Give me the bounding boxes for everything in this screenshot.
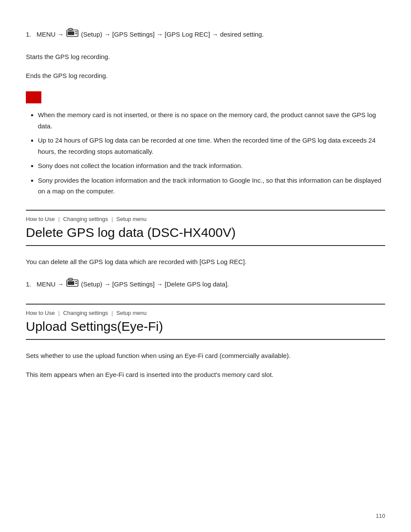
instruction-text: (Setup) → [GPS Settings] → [GPS Log REC]… <box>81 29 264 40</box>
svg-rect-7 <box>68 281 74 285</box>
section2-breadcrumb-section: How to Use | Changing settings | Setup m… <box>26 305 385 339</box>
breadcrumb-sep-2: | <box>112 216 113 222</box>
section2-divider-bottom <box>26 339 385 340</box>
section1-description: You can delete all the GPS log data whic… <box>26 256 385 268</box>
step-number: 1. <box>26 279 31 289</box>
breadcrumb-item-2[interactable]: Changing settings <box>63 216 108 222</box>
starts-text: Starts the GPS log recording. <box>26 51 385 62</box>
red-note-indicator <box>26 91 41 103</box>
list-item: Sony does not collect the location infor… <box>38 160 385 171</box>
breadcrumb-item-3[interactable]: Setup menu <box>116 310 146 316</box>
list-item: When the memory card is not inserted, or… <box>38 109 385 131</box>
list-item: Sony provides the location information a… <box>38 175 385 197</box>
note-box: When the memory card is not inserted, or… <box>26 91 385 197</box>
breadcrumb-sep-2: | <box>112 310 113 316</box>
breadcrumb-item-3[interactable]: Setup menu <box>116 216 146 222</box>
svg-rect-1 <box>68 28 72 30</box>
section2-description-line2: This item appears when an Eye-Fi card is… <box>26 369 385 380</box>
setup-icon <box>65 277 79 291</box>
step-number: 1. <box>26 29 31 40</box>
svg-rect-4 <box>75 33 77 34</box>
instruction-text: (Setup) → [GPS Settings] → [Delete GPS l… <box>81 279 229 289</box>
ends-text: Ends the GPS log recording. <box>26 70 385 81</box>
breadcrumb-sep-1: | <box>58 216 59 222</box>
menu-text: MENU → <box>37 279 64 289</box>
svg-rect-9 <box>75 283 77 284</box>
svg-rect-6 <box>68 278 72 280</box>
note-bullet-list: When the memory card is not inserted, or… <box>26 109 385 197</box>
svg-rect-3 <box>75 31 77 32</box>
setup-icon <box>65 28 79 41</box>
svg-rect-2 <box>68 31 74 35</box>
section2-divider-top <box>26 304 385 305</box>
section2-description-line1: Sets whether to use the upload function … <box>26 350 385 361</box>
section1-instruction: 1. MENU → (Setup) → [GPS Settings] → [De… <box>26 277 385 291</box>
section2-title: Upload Settings(Eye-Fi) <box>26 318 385 335</box>
svg-rect-8 <box>75 281 77 282</box>
section1-divider-bottom <box>26 245 385 246</box>
breadcrumb: How to Use | Changing settings | Setup m… <box>26 310 385 316</box>
top-instruction: 1. MENU → (Setup) → [GPS Settings] → [GP… <box>26 28 385 41</box>
breadcrumb-item-1[interactable]: How to Use <box>26 310 55 316</box>
section1-title: Delete GPS log data (DSC-HX400V) <box>26 224 385 241</box>
breadcrumb-item-1[interactable]: How to Use <box>26 216 55 222</box>
list-item: Up to 24 hours of GPS log data can be re… <box>38 135 385 157</box>
breadcrumb-sep-1: | <box>58 310 59 316</box>
menu-text: MENU → <box>37 29 64 40</box>
breadcrumb-item-2[interactable]: Changing settings <box>63 310 108 316</box>
section1-breadcrumb-section: How to Use | Changing settings | Setup m… <box>26 212 385 245</box>
section1-divider-top <box>26 210 385 211</box>
breadcrumb: How to Use | Changing settings | Setup m… <box>26 216 385 222</box>
page-number: 110 <box>376 513 385 519</box>
